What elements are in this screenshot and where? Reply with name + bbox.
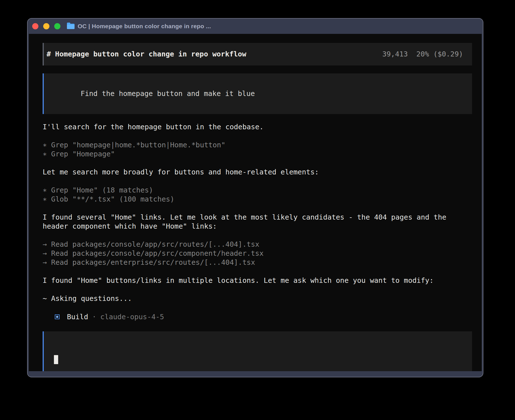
window-title: OC | Homepage button color change in rep… xyxy=(78,23,211,30)
close-button[interactable] xyxy=(32,23,38,29)
session-header: # Homepage button color change in repo w… xyxy=(43,43,472,65)
transcript-line-blank xyxy=(43,231,472,240)
text-cursor xyxy=(54,355,58,364)
session-token-stats: 39,413 20% ($0.29) xyxy=(382,50,463,59)
agent-status-separator: · xyxy=(92,313,96,321)
transcript-line-tool: → Read packages/console/app/src/componen… xyxy=(43,249,472,258)
agent-status-model: claude-opus-4-5 xyxy=(100,313,164,321)
transcript-line-blank xyxy=(43,267,472,276)
zoom-button[interactable] xyxy=(54,23,60,29)
agent-status-name: Build xyxy=(67,313,88,321)
transcript-line-blank xyxy=(43,303,472,312)
agent-status-row: Build · claude-opus-4-5 xyxy=(43,312,472,321)
transcript-line-tool: → Read packages/enterprise/src/routes/[.… xyxy=(43,258,472,267)
transcript-line-text: Let me search more broadly for buttons a… xyxy=(43,168,472,177)
transcript-line-tool: → Read packages/console/app/src/routes/[… xyxy=(43,240,472,249)
transcript-line-blank xyxy=(43,204,472,213)
folder-icon xyxy=(67,24,75,29)
terminal-window: OC | Homepage button color change in rep… xyxy=(27,18,483,377)
transcript-line-text: I found "Home" buttons/links in multiple… xyxy=(43,276,472,285)
session-title: # Homepage button color change in repo w… xyxy=(47,50,246,59)
user-message-text: Find the homepage button and make it blu… xyxy=(80,89,255,98)
transcript-line-blank xyxy=(43,159,472,168)
user-message: Find the homepage button and make it blu… xyxy=(43,73,472,114)
transcript-line-blank xyxy=(43,132,472,141)
build-agent-icon-core xyxy=(56,316,58,318)
transcript-line-tool: ∗ Grep "Homepage" xyxy=(43,150,472,159)
terminal-content: # Homepage button color change in repo w… xyxy=(29,34,482,371)
traffic-lights xyxy=(32,23,65,29)
transcript: I'll search for the homepage button in t… xyxy=(43,123,472,312)
prompt-input[interactable]: Build Claude Opus 4.5 OpenCode Zen xyxy=(43,331,472,371)
transcript-line-blank xyxy=(43,285,472,294)
minimize-button[interactable] xyxy=(43,23,49,29)
titlebar[interactable]: OC | Homepage button color change in rep… xyxy=(28,19,483,34)
transcript-line-tool: ∗ Glob "**/*.tsx" (100 matches) xyxy=(43,195,472,204)
transcript-line-text: I'll search for the homepage button in t… xyxy=(43,123,472,132)
build-agent-icon xyxy=(55,314,60,319)
transcript-line-text: I found several "Home" links. Let me loo… xyxy=(43,213,472,231)
transcript-line-tool: ∗ Grep "Home" (18 matches) xyxy=(43,186,472,195)
window-footer-strip xyxy=(28,371,483,377)
transcript-line-text: ~ Asking questions... xyxy=(43,294,472,303)
transcript-line-blank xyxy=(43,177,472,186)
transcript-line-tool: ∗ Grep "homepage|home.*button|Home.*butt… xyxy=(43,141,472,150)
